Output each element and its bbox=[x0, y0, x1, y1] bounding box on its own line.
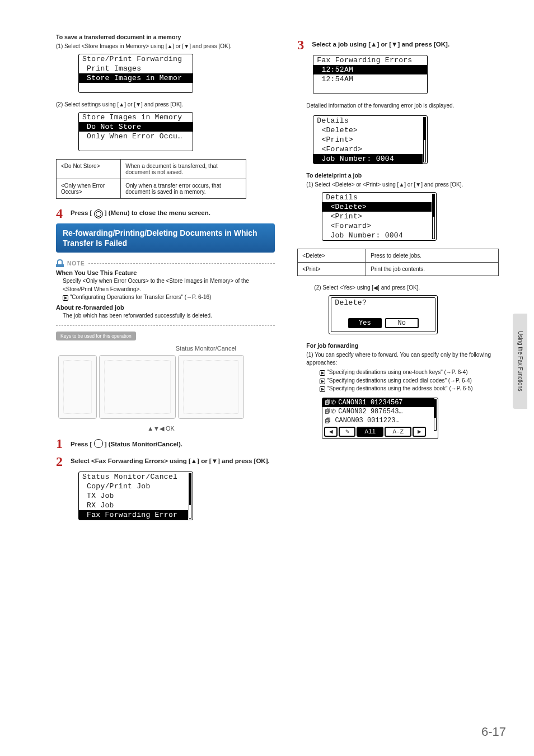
lcd1-title: Store/Print Forwarding bbox=[79, 54, 193, 64]
dest-r1: 🗐✆CANON01 01234567 bbox=[322, 398, 434, 407]
lcd4-pad bbox=[313, 84, 427, 94]
note-icon bbox=[56, 259, 64, 267]
lcd5-r4: Job Number: 0004 bbox=[313, 154, 423, 164]
lcd7-pad bbox=[331, 307, 435, 317]
dest-r2: 🗐✆CANON02 9876543… bbox=[322, 407, 434, 416]
lcd3-r3: RX Job bbox=[79, 501, 188, 510]
note-label: NOTE bbox=[67, 260, 85, 267]
tbl-b1: <Print> bbox=[298, 263, 366, 276]
lcd1-r1: Print Images bbox=[79, 64, 193, 73]
side-tab: Using the Fax Functions bbox=[513, 314, 527, 409]
dest-az-btn: A-Z bbox=[385, 427, 411, 437]
note2-title: About re-forwarded job bbox=[56, 304, 275, 311]
lcd5-title: Details bbox=[313, 116, 423, 125]
menu-button-icon bbox=[94, 209, 103, 218]
lcd1-r2: Store Images in Memor bbox=[79, 73, 193, 83]
page-number: 6-17 bbox=[481, 725, 506, 739]
ref-arrow-icon-3: ▶ bbox=[320, 386, 325, 392]
options-table: <Do Not Store> When a document is transf… bbox=[56, 159, 246, 199]
dest-edit-btn: ✎ bbox=[339, 427, 355, 437]
lcd5-scrollbar bbox=[423, 117, 426, 162]
step-1-num: 1 bbox=[56, 437, 66, 450]
step-2-num: 2 bbox=[56, 455, 66, 468]
status-monitor-button-icon bbox=[94, 439, 103, 448]
select-yes-step: (2) Select <Yes> using [◀] and press [OK… bbox=[297, 284, 506, 292]
lcd2-r1: Do Not Store bbox=[79, 122, 193, 132]
lcd7-yes: Yes bbox=[348, 318, 382, 328]
lcd6-r4: Job Number: 0004 bbox=[322, 231, 432, 240]
opt-b2: Only when a transfer error occurs, that … bbox=[121, 179, 246, 199]
lcd4-title: Fax Forwarding Errors bbox=[313, 55, 427, 65]
lcd-store-print: Store/Print Forwarding Print Images Stor… bbox=[78, 54, 193, 93]
fax-icon: 🗐 bbox=[325, 417, 332, 424]
note1-ref: ▶ "Configurating Operations for Transfer… bbox=[56, 293, 275, 302]
device-top-label: Status Monitor/Cancel bbox=[176, 345, 236, 352]
step-2: 2 Select <Fax Forwarding Errors> using [… bbox=[56, 455, 275, 468]
lcd3-r1: Copy/Print Job bbox=[79, 482, 188, 491]
lcd2-title: Store Images in Memory bbox=[79, 113, 193, 122]
note1-title: When You Use This Feature bbox=[56, 269, 275, 276]
dest-left-btn: ◀ bbox=[324, 427, 338, 437]
lcd3-scrollbar bbox=[189, 473, 191, 519]
lcd-store-in-mem: Store Images in Memory Do Not Store Only… bbox=[78, 112, 193, 151]
lcd5-r3: <Forward> bbox=[313, 144, 423, 154]
dest-right-btn: ▶ bbox=[413, 427, 426, 437]
dest-r3-text: CANON03 0011223… bbox=[335, 417, 399, 424]
fwd-ref1: ▶ "Specifying destinations using one-tou… bbox=[297, 368, 506, 377]
opt-a2: When a document is transferred, that doc… bbox=[121, 160, 246, 179]
save-mem-step1: (1) Select <Store Images in Memory> usin… bbox=[56, 43, 275, 50]
note1-ref-text: "Configurating Operations for Transfer E… bbox=[70, 294, 212, 300]
ref-arrow-icon-2: ▶ bbox=[320, 379, 325, 384]
dest-all-btn: All bbox=[357, 427, 383, 437]
dest-r3: 🗐 CANON03 0011223… bbox=[322, 416, 434, 425]
fwd-ref3-text: "Specifying destinations using the addre… bbox=[327, 385, 472, 391]
dest-r1-text: CANON01 01234567 bbox=[338, 399, 402, 407]
ref-arrow-icon-1: ▶ bbox=[320, 370, 325, 376]
delete-print-table: <Delete> Press to delete jobs. <Print> P… bbox=[297, 249, 499, 276]
lcd6-r2: <Print> bbox=[322, 212, 432, 221]
lcd-details-1: Details <Delete> <Print> <Forward> Job N… bbox=[313, 115, 428, 164]
lcd6-scrollbar bbox=[432, 194, 435, 239]
lcd-destination: 🗐✆CANON01 01234567 🗐✆CANON02 9876543… 🗐 … bbox=[322, 398, 438, 439]
fwd-ref2: ▶ "Specifying destinations using coded d… bbox=[297, 377, 506, 385]
ref-arrow-icon: ▶ bbox=[63, 295, 68, 301]
lcd5-r1: <Delete> bbox=[313, 125, 423, 135]
keys-badge: Keys to be used for this operation bbox=[56, 332, 136, 340]
lcd6-r3: <Forward> bbox=[322, 221, 432, 231]
step-4-num: 4 bbox=[56, 207, 66, 220]
fwd-ref3: ▶ "Specifying destinations using the add… bbox=[297, 385, 506, 393]
tbl-b2: Print the job contents. bbox=[366, 263, 499, 276]
side-tab-text: Using the Fax Functions bbox=[517, 331, 523, 391]
note2-text: The job which has been reforwarded succe… bbox=[56, 312, 275, 320]
fwd-title: For job forwarding bbox=[297, 342, 506, 349]
note-body: When You Use This Feature Specify <Only … bbox=[56, 269, 275, 320]
detail-desc: Detailed information of the forwarding e… bbox=[297, 102, 506, 110]
device-panel-illustration: Status Monitor/Cancel ▲▼◀ OK bbox=[56, 343, 246, 432]
step-3-num: 3 bbox=[297, 38, 307, 52]
step-1: 1 Press [ ] (Status Monitor/Cancel). bbox=[56, 437, 275, 450]
section-blue-heading: Re-fowarding/Printing/Deleting Documents… bbox=[56, 223, 275, 253]
lcd3-r4: Fax Forwarding Error bbox=[79, 510, 188, 520]
dest-r2-text: CANON02 9876543… bbox=[338, 408, 402, 416]
lcd1-pad bbox=[79, 83, 193, 92]
delete-print-step: (1) Select <Delete> or <Print> using [▲]… bbox=[297, 181, 506, 189]
opt-a1: <Do Not Store> bbox=[57, 160, 121, 179]
lcd4-r2: 12:54AM bbox=[313, 74, 427, 84]
step-3-text: Select a job using [▲] or [▼] and press … bbox=[312, 38, 506, 49]
lcd5-r2: <Print> bbox=[313, 135, 423, 144]
step-1-text: Press [ ] (Status Monitor/Cancel). bbox=[71, 437, 275, 449]
lcd7-no: No bbox=[385, 318, 419, 328]
lcd2-r2: Only When Error Occu… bbox=[79, 132, 193, 141]
step-3: 3 Select a job using [▲] or [▼] and pres… bbox=[297, 38, 506, 52]
delete-print-title: To delete/print a job bbox=[297, 172, 506, 179]
lcd6-r1: <Delete> bbox=[322, 202, 432, 212]
device-bottom-label: ▲▼◀ OK bbox=[147, 425, 175, 432]
lcd2-pad bbox=[79, 141, 193, 151]
opt-b1: <Only when Error Occurs> bbox=[57, 179, 121, 199]
lcd6-title: Details bbox=[322, 193, 432, 202]
lcd3-title: Status Monitor/Cancel bbox=[79, 472, 188, 482]
lcd7-title: Delete? bbox=[331, 298, 435, 307]
step-4: 4 Press [ ] (Menu) to close the menu scr… bbox=[56, 207, 275, 220]
note-dashline bbox=[88, 263, 275, 264]
fwd-step: (1) You can specify where to forward. Yo… bbox=[297, 351, 506, 367]
